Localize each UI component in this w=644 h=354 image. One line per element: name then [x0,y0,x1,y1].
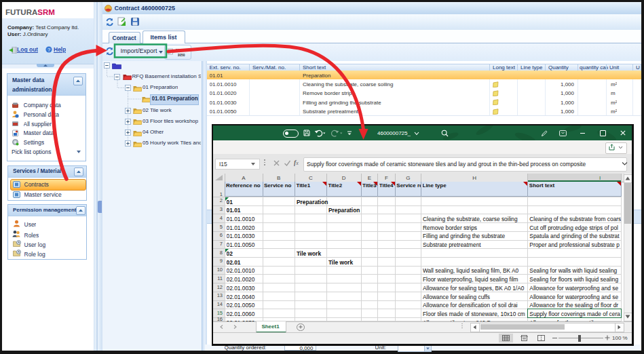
svg-text:?: ? [48,47,50,53]
